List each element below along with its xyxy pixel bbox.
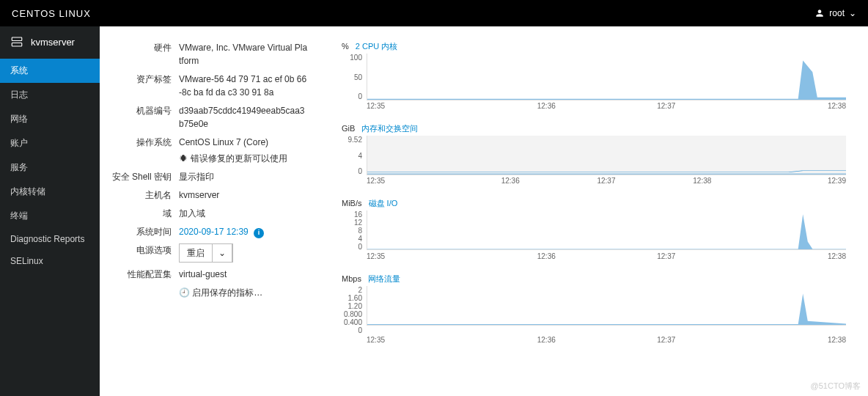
sidebar-host-label: kvmserver (31, 37, 75, 48)
perf-profile-link[interactable]: virtual-guest (179, 268, 308, 281)
watermark: @51CTO博客 (811, 381, 861, 392)
ssh-label: 安全 Shell 密钥 (111, 170, 179, 183)
main-content: 硬件 VMware, Inc. VMware Virtual Platform … (100, 26, 868, 396)
disk-x-axis: 12:35 12:36 12:37 12:38 (367, 252, 846, 260)
chevron-down-icon[interactable]: ⌄ (213, 244, 232, 262)
sidebar-item-logs[interactable]: 日志 (0, 83, 100, 107)
info-icon[interactable]: i (254, 228, 264, 238)
hardware-label: 硬件 (111, 41, 179, 67)
hostname-label: 主机名 (111, 188, 179, 202)
sidebar-item-system[interactable]: 系统 (0, 59, 100, 83)
disk-chart: MiB/s 磁盘 I/O 16 12 8 4 0 (342, 198, 846, 260)
ssh-fingerprint-link[interactable]: 显示指印 (179, 170, 308, 183)
os-value: CentOS Linux 7 (Core) (179, 136, 308, 149)
sidebar-item-terminal[interactable]: 终端 (0, 204, 100, 228)
net-y-axis: 2 1.60 1.20 0.800 0.400 0 (342, 286, 367, 334)
power-restart-button[interactable]: 重启 (180, 244, 213, 262)
sidebar-item-accounts[interactable]: 账户 (0, 131, 100, 155)
user-menu[interactable]: root ⌄ (814, 8, 856, 18)
system-details: 硬件 VMware, Inc. VMware Virtual Platform … (100, 26, 320, 396)
domain-join-link[interactable]: 加入域 (179, 207, 308, 220)
server-icon (10, 35, 23, 48)
disk-unit: MiB/s (342, 199, 362, 208)
brand-label: CENTOS LINUX (12, 8, 91, 19)
hostname-link[interactable]: kvmserver (179, 188, 308, 202)
asset-value: VMware-56 4d 79 71 ac ef 0b 66-8c ba fd … (179, 73, 308, 99)
chevron-down-icon: ⌄ (849, 8, 856, 18)
mem-unit: GiB (342, 124, 355, 133)
disk-y-axis: 16 12 8 4 0 (342, 210, 367, 251)
net-x-axis: 12:35 12:36 12:37 12:38 (367, 336, 846, 344)
systime-link[interactable]: 2020-09-17 12:39 (179, 227, 249, 237)
svg-marker-7 (367, 294, 846, 325)
cpu-x-axis: 12:35 12:36 12:37 12:38 (367, 102, 846, 110)
svg-marker-6 (367, 214, 846, 249)
sidebar-item-services[interactable]: 服务 (0, 155, 100, 180)
svg-marker-5 (367, 173, 846, 175)
disk-title-link[interactable]: 磁盘 I/O (369, 199, 398, 208)
mem-plot[interactable] (367, 136, 846, 175)
svg-marker-4 (367, 60, 846, 100)
bug-icon (179, 154, 188, 163)
sidebar-item-diagnostic[interactable]: Diagnostic Reports (0, 228, 100, 250)
machine-id-value: d39aab75cddc41949eeab5caa3b75e0e (179, 104, 308, 131)
cpu-unit: % (342, 42, 349, 51)
net-chart: Mbps 网络流量 2 1.60 1.20 0.800 0.400 0 (342, 274, 846, 344)
user-icon (814, 8, 825, 18)
power-dropdown[interactable]: 重启 ⌄ (179, 243, 233, 263)
svg-rect-0 (12, 37, 22, 41)
mem-x-axis: 12:35 12:36 12:37 12:38 12:39 (367, 177, 846, 185)
domain-label: 域 (111, 207, 179, 220)
asset-label: 资产标签 (111, 73, 179, 99)
os-label: 操作系统 (111, 136, 179, 165)
mem-title-link[interactable]: 内存和交换空间 (361, 124, 418, 133)
net-unit: Mbps (342, 274, 361, 283)
cpu-chart: % 2 CPU 内核 100 50 0 12: (342, 41, 846, 110)
sidebar-item-selinux[interactable]: SELinux (0, 250, 100, 272)
clock-icon: 🕘 (179, 287, 190, 298)
charts-panel: % 2 CPU 内核 100 50 0 12: (320, 26, 868, 396)
hardware-link[interactable]: VMware, Inc. VMware Virtual Platform (179, 41, 308, 67)
sidebar-host[interactable]: kvmserver (0, 26, 100, 59)
power-label: 电源选项 (111, 243, 179, 263)
top-bar: CENTOS LINUX root ⌄ (0, 0, 868, 26)
net-plot[interactable] (367, 286, 846, 326)
machine-id-label: 机器编号 (111, 104, 179, 131)
disk-plot[interactable] (367, 210, 846, 250)
net-title-link[interactable]: 网络流量 (368, 274, 400, 283)
mem-y-axis: 9.52 4 0 (342, 136, 367, 175)
svg-rect-1 (12, 43, 22, 47)
enable-metrics-link[interactable]: 🕘 启用保存的指标… (179, 286, 308, 299)
sidebar-item-kdump[interactable]: 内核转储 (0, 180, 100, 204)
update-note[interactable]: 错误修复的更新可以使用 (179, 152, 308, 165)
systime-label: 系统时间 (111, 225, 179, 238)
sidebar: kvmserver 系统 日志 网络 账户 服务 内核转储 终端 Diagnos… (0, 26, 100, 396)
sidebar-item-network[interactable]: 网络 (0, 107, 100, 131)
perf-label: 性能配置集 (111, 268, 179, 281)
cpu-title-link[interactable]: 2 CPU 内核 (356, 42, 397, 51)
mem-chart: GiB 内存和交换空间 9.52 4 0 (342, 123, 846, 185)
user-name: root (829, 8, 845, 18)
cpu-plot[interactable] (367, 54, 846, 100)
cpu-y-axis: 100 50 0 (342, 54, 367, 100)
